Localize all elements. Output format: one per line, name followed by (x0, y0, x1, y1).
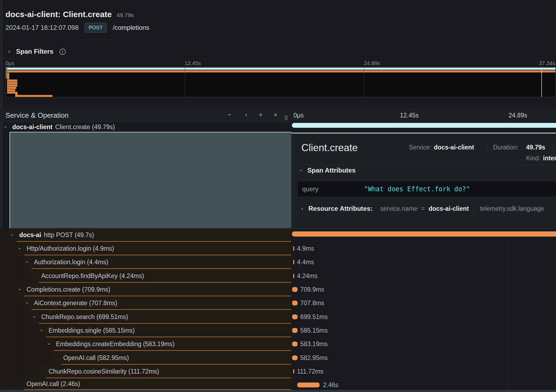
chevron-down-icon[interactable] (300, 167, 302, 173)
span-row-underline (53, 350, 291, 351)
chevron-right-icon[interactable] (245, 112, 247, 118)
chevron-right-icon[interactable] (301, 206, 303, 212)
span-bar[interactable] (292, 342, 298, 346)
chevron-right-icon[interactable] (8, 49, 10, 55)
span-row[interactable]: ChunkRepo.search (699.51ms) (31, 310, 291, 324)
span-row[interactable]: AiContext.generate (707.8ms) (24, 296, 291, 310)
span-operation: AiContext.generate (707.8ms) (34, 299, 117, 307)
span-filters-toggle[interactable]: Span Filters i (8, 48, 66, 55)
span-duration-label: 4.4ms (297, 259, 314, 265)
attribute-row[interactable]: query "What does Effect.fork do?" (297, 181, 556, 197)
minimap-span-bar (7, 89, 15, 91)
span-operation: OpenAI.call (2.46s) (27, 380, 80, 388)
kind-label: Kind: (526, 155, 540, 162)
attribute-key: query (302, 185, 318, 193)
span-operation: Embeddings.createEmbedding (583.19ms) (56, 340, 175, 348)
resource-extra: telemetry.sdk.language (480, 205, 544, 212)
span-bar[interactable] (292, 301, 298, 305)
minimap-span-bar (15, 95, 52, 97)
span-bar[interactable] (293, 260, 294, 264)
kind-value: internal (543, 155, 556, 162)
service-operation-header: Service & Operation (5, 111, 69, 120)
span-operation: Client.create (49.79s) (55, 123, 115, 131)
span-row-root[interactable]: docs-ai-client Client.create (49.79s) (2, 122, 291, 132)
main-header: Service & Operation 0μs 12.45s 24.89s (0, 109, 556, 122)
root-span-bar[interactable] (292, 123, 556, 128)
minimap-span-bar (7, 87, 16, 89)
chevron-down-icon[interactable] (19, 287, 27, 292)
resource-value: docs-ai-client (429, 205, 469, 212)
resource-attributes-label: Resource Attributes: (308, 205, 372, 212)
span-row[interactable]: docs-ai http POST (49.7s) (10, 228, 291, 242)
span-bar[interactable] (292, 314, 298, 319)
minimap-tick: 0μs (5, 60, 14, 66)
span-row[interactable]: Completions.create (709.9ms) (17, 283, 291, 296)
divider (3, 39, 556, 39)
span-row[interactable]: Authorization.login (4.4ms) (24, 255, 291, 269)
span-bar[interactable] (293, 369, 294, 374)
chevron-down-icon[interactable] (34, 314, 41, 320)
span-bar[interactable] (293, 246, 294, 251)
request-path: /completions (113, 24, 149, 31)
span-detail-panel: Client.create Service: docs-ai-client Du… (291, 133, 556, 229)
info-icon[interactable]: i (59, 49, 66, 55)
trace-viewer: docs-ai-client: Client.create 49.79s 202… (0, 0, 556, 392)
span-duration-label: 585.15ms (300, 327, 328, 334)
chevron-down-icon[interactable] (5, 124, 12, 130)
trace-minimap[interactable] (5, 67, 556, 97)
panel-resize-handle[interactable] (287, 115, 287, 120)
timeline-tick: 12.45s (400, 112, 419, 119)
panel-resize-handle[interactable] (285, 115, 286, 120)
minimap-tick: 37.34s (525, 60, 555, 66)
span-row[interactable]: Embeddings.single (585.15ms) (39, 324, 291, 337)
detail-title: Client.create (301, 142, 358, 154)
minimap-span-bar (6, 68, 555, 70)
double-chevron-right-icon[interactable] (274, 112, 277, 118)
span-bar[interactable] (292, 355, 298, 360)
divider (297, 165, 556, 165)
service-value: docs-ai-client (434, 144, 474, 151)
span-duration-label: 707.8ms (300, 300, 324, 306)
minimap-tick: 24.89s (364, 60, 380, 66)
span-bar[interactable] (292, 328, 298, 333)
span-row[interactable]: Http/Authorization.login (4.9ms) (17, 242, 291, 255)
timeline-tick: 0μs (293, 112, 304, 119)
minimap-span-bar (7, 84, 17, 87)
span-service: docs-ai (19, 231, 41, 239)
timeline-tick: 24.89s (508, 112, 527, 119)
partial-row-highlight[interactable] (0, 390, 556, 392)
span-row[interactable]: Embeddings.createEmbedding (583.19ms) (46, 337, 291, 351)
span-operation: Completions.create (709.9ms) (27, 286, 110, 293)
minimap-span-bar (6, 70, 555, 72)
span-operation: OpenAI.call (582.95ms) (63, 354, 129, 362)
span-operation: ChunkRepo.search (699.51ms) (41, 313, 128, 321)
chevron-down-icon[interactable] (26, 300, 34, 306)
resource-attributes-toggle[interactable]: Resource Attributes: service.name = docs… (301, 205, 544, 212)
equals-sign: = (421, 205, 425, 212)
span-bar[interactable] (293, 274, 294, 278)
span-bar[interactable] (297, 383, 320, 387)
span-filters-label: Span Filters (16, 48, 53, 55)
span-operation: AccountRepo.findByApiKey (4.24ms) (41, 272, 144, 280)
chevron-down-icon[interactable] (229, 112, 230, 118)
span-duration-label: 582.95ms (300, 355, 328, 361)
chevron-down-icon[interactable] (19, 246, 27, 251)
span-tree: docs-ai http POST (49.7s) Http/Authoriza… (0, 228, 291, 392)
span-service: docs-ai-client (12, 123, 52, 131)
span-attributes-toggle[interactable]: Span Attributes (300, 167, 356, 174)
chevron-down-icon[interactable] (26, 259, 34, 265)
separator (553, 143, 554, 151)
span-row[interactable]: AccountRepo.findByApiKey (4.24ms) (31, 269, 291, 283)
chevron-down-icon[interactable] (41, 328, 49, 333)
chevron-down-icon[interactable] (48, 341, 56, 347)
span-row[interactable]: OpenAI.call (582.95ms) (53, 351, 291, 365)
span-row[interactable]: OpenAI.call (2.46s) (17, 378, 291, 390)
span-row[interactable]: ChunkRepo.cosineSimilarity (111.72ms) (39, 365, 291, 378)
span-bar[interactable] (292, 231, 556, 237)
chevron-down-icon[interactable] (12, 232, 19, 238)
minimap-cursor[interactable] (541, 67, 542, 97)
double-chevron-down-icon[interactable] (259, 112, 263, 118)
resource-key: service.name (380, 205, 417, 212)
span-bar[interactable] (292, 287, 298, 292)
span-operation: ChunkRepo.cosineSimilarity (111.72ms) (49, 368, 159, 375)
